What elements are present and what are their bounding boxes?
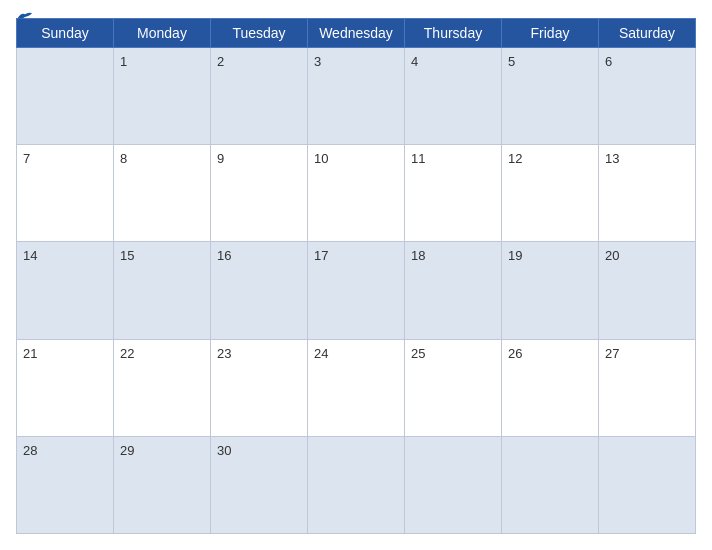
calendar-day-13: 13 [599, 145, 696, 242]
calendar-week-row: 14151617181920 [17, 242, 696, 339]
day-number: 1 [120, 54, 127, 69]
logo-blue-text [16, 10, 36, 24]
weekday-header-tuesday: Tuesday [211, 19, 308, 48]
weekday-header-thursday: Thursday [405, 19, 502, 48]
calendar-day-5: 5 [502, 48, 599, 145]
calendar-thead: SundayMondayTuesdayWednesdayThursdayFrid… [17, 19, 696, 48]
calendar-day-27: 27 [599, 339, 696, 436]
calendar-day-10: 10 [308, 145, 405, 242]
day-number: 5 [508, 54, 515, 69]
day-number: 10 [314, 151, 328, 166]
day-number: 3 [314, 54, 321, 69]
weekday-header-row: SundayMondayTuesdayWednesdayThursdayFrid… [17, 19, 696, 48]
calendar-day-1: 1 [114, 48, 211, 145]
day-number: 23 [217, 346, 231, 361]
logo-bird-icon [16, 10, 34, 24]
calendar-day-22: 22 [114, 339, 211, 436]
day-number: 21 [23, 346, 37, 361]
calendar-day-empty [405, 436, 502, 533]
day-number: 29 [120, 443, 134, 458]
calendar-week-row: 282930 [17, 436, 696, 533]
calendar-day-4: 4 [405, 48, 502, 145]
calendar-day-3: 3 [308, 48, 405, 145]
day-number: 13 [605, 151, 619, 166]
calendar-day-7: 7 [17, 145, 114, 242]
calendar-day-23: 23 [211, 339, 308, 436]
calendar-body: 1234567891011121314151617181920212223242… [17, 48, 696, 534]
calendar-day-empty [502, 436, 599, 533]
day-number: 8 [120, 151, 127, 166]
day-number: 19 [508, 248, 522, 263]
day-number: 17 [314, 248, 328, 263]
calendar-day-30: 30 [211, 436, 308, 533]
day-number: 6 [605, 54, 612, 69]
day-number: 2 [217, 54, 224, 69]
calendar-day-25: 25 [405, 339, 502, 436]
calendar-day-empty [308, 436, 405, 533]
day-number: 25 [411, 346, 425, 361]
logo-area [16, 10, 36, 24]
day-number: 12 [508, 151, 522, 166]
day-number: 22 [120, 346, 134, 361]
calendar-day-12: 12 [502, 145, 599, 242]
calendar-day-14: 14 [17, 242, 114, 339]
calendar-day-9: 9 [211, 145, 308, 242]
calendar-week-row: 123456 [17, 48, 696, 145]
calendar-day-11: 11 [405, 145, 502, 242]
calendar-day-28: 28 [17, 436, 114, 533]
day-number: 7 [23, 151, 30, 166]
day-number: 15 [120, 248, 134, 263]
day-number: 24 [314, 346, 328, 361]
weekday-header-saturday: Saturday [599, 19, 696, 48]
calendar-day-16: 16 [211, 242, 308, 339]
calendar-day-18: 18 [405, 242, 502, 339]
day-number: 28 [23, 443, 37, 458]
day-number: 20 [605, 248, 619, 263]
weekday-header-wednesday: Wednesday [308, 19, 405, 48]
day-number: 30 [217, 443, 231, 458]
calendar-week-row: 21222324252627 [17, 339, 696, 436]
calendar-day-empty [599, 436, 696, 533]
weekday-header-friday: Friday [502, 19, 599, 48]
calendar-day-8: 8 [114, 145, 211, 242]
day-number: 9 [217, 151, 224, 166]
calendar-day-6: 6 [599, 48, 696, 145]
calendar-day-2: 2 [211, 48, 308, 145]
day-number: 27 [605, 346, 619, 361]
calendar-day-17: 17 [308, 242, 405, 339]
calendar-week-row: 78910111213 [17, 145, 696, 242]
day-number: 16 [217, 248, 231, 263]
calendar-day-empty [17, 48, 114, 145]
calendar-day-21: 21 [17, 339, 114, 436]
calendar-day-19: 19 [502, 242, 599, 339]
calendar-day-15: 15 [114, 242, 211, 339]
day-number: 11 [411, 151, 425, 166]
calendar-day-26: 26 [502, 339, 599, 436]
calendar-day-29: 29 [114, 436, 211, 533]
day-number: 18 [411, 248, 425, 263]
calendar-wrapper: SundayMondayTuesdayWednesdayThursdayFrid… [0, 0, 712, 550]
calendar-day-20: 20 [599, 242, 696, 339]
day-number: 4 [411, 54, 418, 69]
calendar-table: SundayMondayTuesdayWednesdayThursdayFrid… [16, 18, 696, 534]
day-number: 26 [508, 346, 522, 361]
weekday-header-monday: Monday [114, 19, 211, 48]
calendar-day-24: 24 [308, 339, 405, 436]
day-number: 14 [23, 248, 37, 263]
